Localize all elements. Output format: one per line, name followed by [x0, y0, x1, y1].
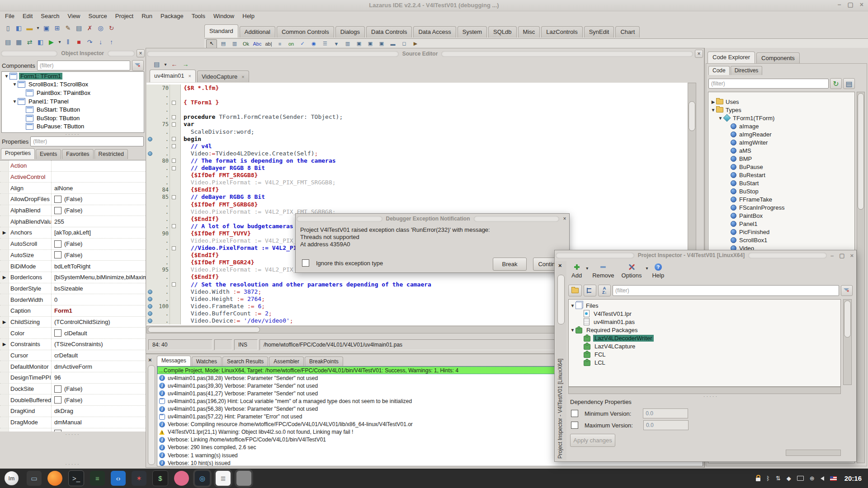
- editor-gutter[interactable]: .: [146, 92, 181, 99]
- start-menu-button[interactable]: lm: [5, 471, 19, 485]
- sort-button[interactable]: AZ↓: [598, 285, 611, 296]
- project-tree-item[interactable]: FCL: [569, 350, 840, 358]
- code-line[interactable]: . // v4l: [146, 143, 688, 150]
- editor-gutter[interactable]: .: [146, 259, 181, 266]
- tlabel-icon[interactable]: Abc: [252, 40, 262, 48]
- add-dropdown-icon[interactable]: ▾: [586, 266, 588, 271]
- apply-changes-button[interactable]: Apply changes: [570, 434, 615, 447]
- palette-tab-lazcontrols[interactable]: LazControls: [541, 26, 582, 38]
- component-tree-item[interactable]: ▼ScrollBox1: TScrollBox: [2, 80, 144, 89]
- editor-gutter[interactable]: .: [146, 208, 181, 216]
- code-explorer-scrollbar[interactable]: [857, 92, 865, 463]
- messages-tab-breakpoints[interactable]: BreakPoints: [305, 357, 343, 366]
- tedit-icon[interactable]: ab|: [264, 40, 274, 48]
- tlistbox-icon[interactable]: ☰: [320, 40, 330, 48]
- taskbar-app-lazarus-ide[interactable]: ◎: [195, 471, 210, 486]
- fold-marker-icon[interactable]: [170, 113, 177, 121]
- component-tree-item[interactable]: BuStop: TButton: [2, 114, 144, 122]
- network-arrows-icon[interactable]: ⇅: [776, 475, 781, 482]
- rename-icon[interactable]: ✎: [63, 23, 73, 33]
- code-explorer-item[interactable]: FFrameTake: [708, 195, 854, 203]
- drag-grip[interactable]: [474, 216, 560, 222]
- property-row[interactable]: DragModedmManual: [0, 417, 146, 428]
- project-tree-item[interactable]: ▼Required Packages: [569, 326, 840, 334]
- inspector-tab-favorites[interactable]: Favorites: [62, 149, 93, 159]
- close-icon[interactable]: ×: [860, 1, 863, 8]
- property-value[interactable]: (False): [52, 251, 146, 258]
- inspector-tab-restricted[interactable]: Restricted: [94, 149, 128, 159]
- side-scrollbar[interactable]: [557, 275, 565, 324]
- palette-tab-chart[interactable]: Chart: [615, 26, 640, 38]
- bluetooth-icon[interactable]: ᛒ: [766, 475, 770, 482]
- inspector-tab-events[interactable]: Events: [36, 149, 61, 159]
- code-line[interactable]: 85 // deBayer RGBG 8 Bit: [146, 193, 688, 201]
- minimum-version-checkbox[interactable]: [571, 410, 578, 417]
- close-icon[interactable]: ×: [848, 252, 855, 259]
- lock-icon[interactable]: [756, 478, 760, 481]
- editor-gutter[interactable]: .: [146, 99, 181, 106]
- checkbox-icon[interactable]: [54, 396, 61, 404]
- code-explorer-item[interactable]: ScrollBox1: [708, 236, 854, 244]
- expander-icon[interactable]: ▶: [0, 339, 9, 350]
- code-explorer-item[interactable]: BuRestart: [708, 171, 854, 179]
- expander-icon[interactable]: ▼: [570, 328, 576, 333]
- filter-button[interactable]: [841, 285, 853, 296]
- property-value[interactable]: [biSystemMenu,biMinimize,biMaximize]: [52, 274, 146, 281]
- drag-grip[interactable]: [1, 51, 57, 56]
- new-unit-icon[interactable]: ▯: [3, 23, 13, 33]
- code-explorer-item[interactable]: aImage: [708, 122, 854, 130]
- property-value[interactable]: alNone: [52, 185, 146, 192]
- open-button[interactable]: [568, 285, 582, 296]
- editor-gutter[interactable]: .: [146, 150, 181, 157]
- close-icon[interactable]: ×: [695, 50, 703, 58]
- drag-grip[interactable]: [556, 253, 634, 258]
- tgroupbox-icon[interactable]: ▣: [354, 40, 364, 48]
- property-value[interactable]: [akTop,akLeft]: [52, 229, 146, 236]
- code-line[interactable]: . {$IfDef FMT_SRGGB8}: [146, 172, 688, 179]
- filter-button[interactable]: [132, 60, 144, 71]
- components-filter-input[interactable]: [37, 61, 130, 70]
- add-button[interactable]: Add: [568, 262, 585, 280]
- checkbox-icon[interactable]: [54, 251, 61, 258]
- code-line[interactable]: . ScaleDivisor:word;: [146, 128, 688, 136]
- editor-tab-uv4lmain01[interactable]: uv4lmain01×: [150, 70, 196, 82]
- code-explorer-item[interactable]: BuPause: [708, 163, 854, 171]
- toggle-form-unit-icon[interactable]: ⇄: [24, 37, 35, 47]
- step-over-icon[interactable]: ↷: [85, 37, 95, 47]
- property-value[interactable]: (False): [52, 196, 146, 203]
- maximize-icon[interactable]: ▢: [837, 252, 846, 259]
- editor-gutter[interactable]: 85: [146, 193, 181, 201]
- fold-marker-icon[interactable]: [170, 223, 177, 230]
- code-line[interactable]: 70{$R *.lfm}: [146, 84, 688, 92]
- menu-window[interactable]: Window: [209, 11, 238, 21]
- property-row[interactable]: ▶ChildSizing(TControlChildSizing): [0, 317, 146, 328]
- property-value[interactable]: dkDrag: [52, 408, 146, 414]
- refresh-button[interactable]: ↻: [830, 78, 842, 89]
- minimize-icon[interactable]: –: [829, 252, 835, 259]
- view-units-icon[interactable]: ▤: [3, 37, 13, 47]
- drag-grip[interactable]: [297, 216, 382, 222]
- editor-gutter[interactable]: 90: [146, 230, 181, 237]
- editor-gutter[interactable]: .: [146, 136, 181, 143]
- editor-gutter[interactable]: 75: [146, 121, 181, 128]
- property-row[interactable]: ColorclDefault: [0, 328, 146, 339]
- component-tree-item[interactable]: BuPause: TButton: [2, 122, 144, 131]
- fold-marker-icon[interactable]: [170, 99, 177, 106]
- new-edit-window-icon[interactable]: ◧: [35, 37, 46, 47]
- component-tree-item[interactable]: BuStart: TButton: [2, 105, 144, 114]
- tradiogroup-icon[interactable]: ▣: [365, 40, 375, 48]
- maximize-icon[interactable]: ▢: [848, 1, 854, 8]
- messages-tab-search-results[interactable]: Search Results: [222, 357, 268, 366]
- tradiobutton-icon[interactable]: ◉: [309, 40, 319, 48]
- close-icon[interactable]: ×: [558, 262, 562, 269]
- checkbox-icon[interactable]: [54, 240, 61, 248]
- checkbox-icon[interactable]: [54, 207, 61, 214]
- fold-marker-icon[interactable]: [170, 157, 177, 164]
- menu-project[interactable]: Project: [111, 11, 137, 21]
- component-tree-item[interactable]: ▼Panel1: TPanel: [2, 97, 144, 106]
- cut-icon[interactable]: ✗: [85, 23, 95, 33]
- component-tree-item[interactable]: ▼Form1: TForm1: [2, 72, 144, 80]
- property-value[interactable]: (TControlChildSizing): [52, 319, 146, 325]
- drag-grip[interactable]: [147, 51, 399, 57]
- drag-grip[interactable]: [748, 253, 827, 258]
